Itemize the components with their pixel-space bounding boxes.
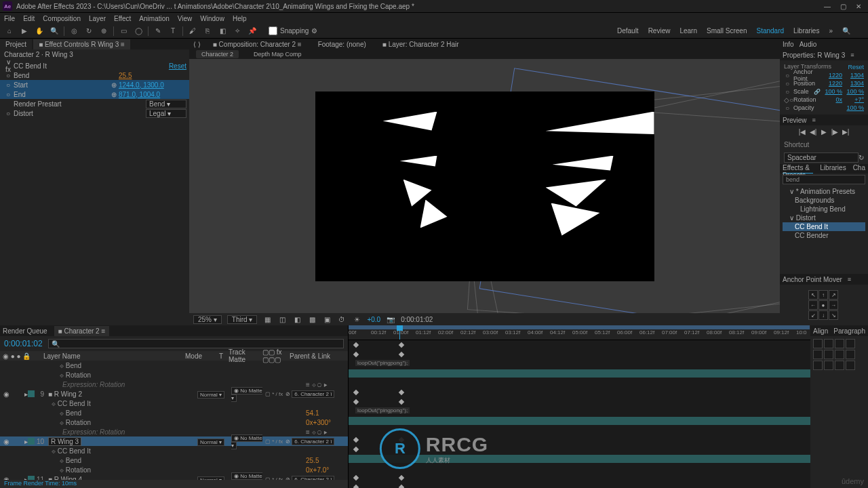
tab-properties[interactable]: Properties: R Wing 3 (783, 52, 845, 59)
reset-button[interactable]: Reset (169, 62, 186, 70)
snapping-checkbox[interactable] (269, 26, 277, 35)
apm-t[interactable]: ↑ (818, 290, 828, 300)
effect-name[interactable]: CC Bend It (14, 62, 169, 70)
expression-row[interactable]: Expression: Rotation≡ ⟐ ◯ ▶ (0, 427, 348, 436)
last-frame-icon[interactable]: ▶| (842, 128, 850, 136)
track-row[interactable]: loopOut("pingpong"); (349, 407, 810, 416)
property-row[interactable]: ⟐ CC Bend It (0, 446, 348, 455)
grid-icon[interactable]: ▦ (262, 316, 272, 323)
track-row[interactable] (349, 378, 810, 388)
tree-cc-bender[interactable]: CC Bender (783, 231, 865, 240)
track-row[interactable]: loopOut("pingpong"); (349, 359, 810, 369)
tab-footage[interactable]: Footage: (none) (314, 39, 370, 49)
eraser-tool-icon[interactable]: ◧ (217, 26, 228, 37)
property-row[interactable]: ⟐ CC Bend It (0, 399, 348, 408)
anchor-tool-icon[interactable]: ⊕ (98, 26, 109, 37)
maximize-button[interactable]: ▢ (840, 3, 846, 10)
rect-tool-icon[interactable]: ▭ (118, 26, 129, 37)
tab-anchor-point-mover[interactable]: Anchor Point Mover (783, 276, 842, 283)
align-btn[interactable] (813, 339, 823, 348)
bend-value[interactable]: 25.5 (119, 72, 186, 79)
menu-effect[interactable]: Effect (114, 15, 131, 22)
minimize-button[interactable]: — (824, 3, 831, 10)
end-value[interactable]: 871.0, 1004.0 (119, 91, 186, 98)
reset-transforms[interactable]: Reset (845, 64, 864, 70)
tab-libraries[interactable]: Libraries (820, 164, 846, 174)
property-row[interactable]: ⟐ Rotation (0, 370, 348, 380)
breadcrumb-comp[interactable]: Character 2 (196, 50, 239, 58)
tree-distort[interactable]: ∨ Distort (783, 214, 865, 222)
region-icon[interactable]: ▣ (322, 316, 332, 323)
rotate-tool-icon[interactable]: ↻ (83, 26, 94, 37)
brush-tool-icon[interactable]: 🖌 (187, 26, 198, 37)
tree-lightning-bend[interactable]: Lightning Bend (783, 205, 865, 214)
kf-toggle-icon[interactable]: ○ (784, 72, 791, 79)
tab-preview[interactable]: Preview (783, 117, 807, 124)
tab-info[interactable]: Info (783, 41, 794, 48)
distort-dropdown[interactable]: Legal ▾ (146, 109, 186, 118)
layer-search-input[interactable] (48, 339, 344, 348)
menu-animation[interactable]: Animation (139, 15, 169, 22)
apm-b[interactable]: ↓ (818, 310, 828, 320)
home-icon[interactable]: ⌂ (4, 26, 15, 37)
prev-frame-icon[interactable]: ◀| (809, 128, 817, 136)
breadcrumb-depth[interactable]: Depth Map Comp (248, 50, 307, 58)
property-row[interactable]: ⟐ Bend (0, 361, 348, 370)
property-row[interactable]: ⟐ Rotation0x+300° (0, 418, 348, 427)
workspace-libraries[interactable]: Libraries (793, 27, 819, 35)
expression-row[interactable]: Expression: Rotation≡ ⟐ ◯ ▶ (0, 380, 348, 389)
resolution-dropdown[interactable]: Third ▾ (227, 315, 258, 324)
workspace-small[interactable]: Small Screen (707, 27, 747, 35)
snapshot-icon[interactable]: 📷 (386, 316, 395, 323)
menu-view[interactable]: View (178, 15, 193, 22)
tab-composition[interactable]: ■ Composition: Character 2 ≡ (209, 39, 306, 49)
crosshair-icon[interactable]: ⊕ (111, 91, 117, 98)
comp-nav-icon[interactable]: ⟨ ⟩ (193, 41, 201, 48)
pen-tool-icon[interactable]: ✎ (153, 26, 163, 37)
time-ruler[interactable]: 00f00:12f01:00f01:12f02:00f02:12f03:00f0… (349, 325, 810, 340)
effects-search-input[interactable] (783, 175, 865, 184)
hand-tool-icon[interactable]: ✋ (34, 26, 45, 37)
search-icon[interactable]: 🔍 (842, 27, 850, 35)
zoom-tool-icon[interactable]: 🔍 (49, 26, 60, 37)
tab-character[interactable]: Cha (853, 164, 865, 174)
track-row[interactable] (349, 416, 810, 426)
workspace-learn[interactable]: Learn (679, 27, 697, 35)
apm-r[interactable]: → (829, 300, 838, 310)
tab-paragraph[interactable]: Paragraph (833, 327, 865, 335)
exposure-icon[interactable]: ☀ (352, 316, 361, 323)
tab-align[interactable]: Align (813, 327, 828, 335)
layer-row[interactable]: ◉▸9■ R Wing 2Normal ▾◉ No Matte ▾▢ * / f… (0, 389, 348, 399)
tree-backgrounds[interactable]: Backgrounds (783, 196, 865, 205)
menu-file[interactable]: File (4, 15, 15, 22)
property-row[interactable]: ⟐ Bend54.1 (0, 408, 348, 418)
workspace-standard[interactable]: Standard (756, 27, 784, 35)
expression-text[interactable]: loopOut("pingpong"); (355, 407, 410, 413)
shortcut-cycle-icon[interactable]: ↻ (859, 154, 864, 161)
text-tool-icon[interactable]: T (167, 26, 178, 37)
shortcut-dropdown[interactable]: Spacebar (784, 152, 859, 163)
apm-l[interactable]: ← (808, 300, 818, 310)
apm-bl[interactable]: ↙ (808, 310, 818, 320)
property-row[interactable]: ⟐ Rotation0x+7.0° (0, 465, 348, 474)
channel-icon[interactable]: ◧ (292, 316, 302, 323)
tab-effect-controls[interactable]: ■ Effect Controls R Wing 3 ≡ (33, 39, 130, 49)
play-icon[interactable]: ▶ (820, 128, 828, 136)
track-row[interactable] (349, 350, 810, 359)
track-row[interactable] (349, 473, 810, 483)
clone-tool-icon[interactable]: ⎘ (202, 26, 213, 37)
apm-c[interactable]: ● (818, 300, 828, 310)
tab-effects-presets[interactable]: Effects & Presets (783, 164, 813, 174)
expression-text[interactable]: loopOut("pingpong"); (355, 360, 410, 366)
workspace-review[interactable]: Review (648, 27, 671, 35)
tree-animation-presets[interactable]: ∨ * Animation Presets (783, 187, 865, 196)
transparency-icon[interactable]: ▩ (307, 316, 317, 323)
puppet-tool-icon[interactable]: 📌 (247, 26, 258, 37)
composition-viewer[interactable] (189, 59, 780, 313)
menu-window[interactable]: Window (200, 15, 224, 22)
next-frame-icon[interactable]: |▶ (831, 128, 839, 136)
workspace-default[interactable]: Default (617, 27, 639, 35)
zoom-dropdown[interactable]: 25% ▾ (193, 315, 222, 324)
track-row[interactable] (349, 397, 810, 407)
roto-tool-icon[interactable]: ✧ (232, 26, 243, 37)
